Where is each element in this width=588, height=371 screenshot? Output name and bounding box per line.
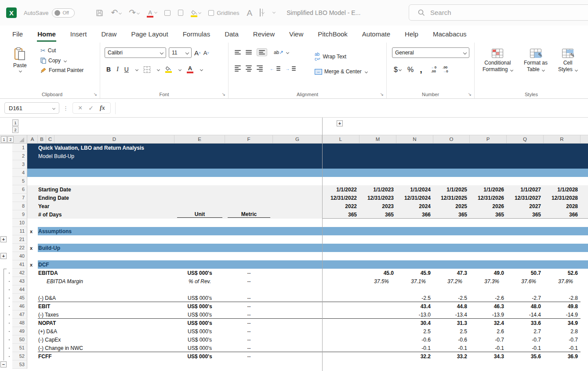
row-outline-level-2-button[interactable]: 2 (7, 136, 14, 143)
wrap-text-button[interactable]: abc↵Wrap Text (315, 52, 346, 61)
cell-value[interactable]: 31.3 (433, 319, 470, 327)
name-box-dropdown-icon[interactable] (52, 106, 55, 109)
fill-color-dropdown-icon2[interactable] (178, 68, 181, 71)
align-top-icon[interactable] (235, 50, 241, 54)
cell-value[interactable]: -0.1 (544, 344, 581, 352)
cell-metric[interactable]: -- (225, 319, 273, 327)
row-number-46[interactable]: 46 (12, 302, 27, 310)
gridlines-checkbox[interactable] (208, 10, 214, 16)
cell-label[interactable]: NOPAT (38, 319, 56, 327)
cell-value[interactable]: -13.0 (396, 310, 433, 319)
cell-value[interactable]: 2025 (433, 202, 470, 210)
cell-value[interactable]: 34.3 (470, 352, 507, 360)
group-toggle-marker[interactable]: x (30, 260, 33, 269)
font-color-icon[interactable]: A (147, 10, 153, 18)
cell-unit[interactable]: US$ 000's (174, 302, 225, 310)
cell-value[interactable]: 12/31/2026 (470, 194, 507, 202)
cell-value[interactable]: 37.1% (396, 277, 433, 285)
cell-label[interactable]: EBITDA (38, 269, 58, 277)
cell-metric[interactable]: -- (225, 302, 273, 310)
cell-unit[interactable]: US$ 000's (174, 344, 225, 352)
column-header-F[interactable]: F (225, 135, 273, 143)
cell-value[interactable]: -0.7 (507, 335, 544, 344)
name-box[interactable] (4, 102, 59, 114)
row-number-41[interactable]: 41 (12, 260, 27, 269)
cell-value[interactable]: 365 (359, 210, 396, 219)
cell-label[interactable]: (-) Taxes (38, 310, 58, 319)
row-height-icon[interactable] (178, 10, 183, 16)
column-header-O[interactable]: O (433, 135, 470, 143)
alignment-launcher-icon[interactable]: ↘ (380, 92, 384, 97)
cell-value[interactable]: 365 (470, 210, 507, 219)
cell-label[interactable]: Starting Date (38, 185, 71, 194)
row-number-53[interactable]: 53 (12, 360, 27, 369)
row-outline-level-1-button[interactable]: 1 (1, 136, 7, 143)
column-header-B[interactable]: B (38, 135, 46, 143)
cell-unit[interactable]: US$ 000's (174, 327, 225, 335)
cell-value[interactable]: -0.7 (544, 335, 581, 344)
row-number-49[interactable]: 49 (12, 327, 27, 335)
cell-value[interactable]: -0.1 (470, 344, 507, 352)
cell-value[interactable]: 37.5% (359, 277, 396, 285)
row-number-22[interactable]: 22 (12, 244, 27, 252)
cell-value[interactable]: 1/1/2023 (359, 185, 396, 194)
tab-insert[interactable]: Insert (70, 26, 87, 42)
cell-value[interactable]: 46.3 (470, 302, 507, 310)
cell-value[interactable]: 45.9 (396, 269, 433, 277)
column-header-C[interactable]: C (46, 135, 54, 143)
cell-value[interactable]: -14.4 (507, 310, 544, 319)
column-header-M[interactable]: M (359, 135, 396, 143)
currency-format-button[interactable]: $ (394, 66, 401, 74)
cell-metric[interactable]: -- (225, 327, 273, 335)
cell-value[interactable]: -2.5 (396, 294, 433, 302)
cell-label[interactable]: (-) D&A (38, 294, 56, 302)
column-header-A[interactable]: A (27, 135, 38, 143)
row-number-11[interactable]: 11 (12, 227, 27, 235)
cell-value[interactable]: 37.8% (544, 277, 581, 285)
tab-draw[interactable]: Draw (101, 26, 117, 42)
comma-format-button[interactable]: , (420, 65, 422, 75)
column-outline-expand-button[interactable]: + (337, 120, 343, 126)
underline-dropdown-icon[interactable] (135, 68, 138, 71)
font-size-select[interactable]: 11 (169, 47, 192, 58)
column-header-G[interactable]: G (273, 135, 322, 143)
cell-value[interactable]: 2.5 (396, 327, 433, 335)
section-band[interactable] (38, 244, 588, 252)
column-header-P[interactable]: P (470, 135, 507, 143)
decrease-indent-icon[interactable]: ← (270, 66, 280, 71)
cell-value[interactable]: 1/1/2025 (433, 185, 470, 194)
cell-value[interactable]: 2.6 (470, 327, 507, 335)
merge-center-button[interactable]: ↔ Merge & Center (315, 68, 367, 75)
cell-value[interactable]: 365 (322, 210, 359, 219)
row-number-21[interactable]: 21 (12, 235, 27, 244)
section-band[interactable] (38, 227, 588, 235)
cell-value[interactable]: -2.7 (507, 294, 544, 302)
metric-column-header[interactable]: Metric (228, 211, 270, 218)
name-box-input[interactable] (9, 105, 44, 112)
cell-value[interactable]: 33.6 (507, 319, 544, 327)
cell-value[interactable]: 32.2 (396, 352, 433, 360)
autosave-toggle[interactable]: Off (52, 8, 75, 18)
cell-unit[interactable]: US$ 000's (174, 352, 225, 360)
tab-formulas[interactable]: Formulas (182, 26, 211, 42)
cell-value[interactable]: 2.8 (544, 327, 581, 335)
cell-value[interactable]: 12/31/2028 (544, 194, 581, 202)
cell-value[interactable]: 2022 (322, 202, 359, 210)
column-width-icon[interactable] (164, 10, 171, 16)
tab-pitchbook[interactable]: PitchBook (317, 26, 348, 42)
tab-home[interactable]: Home (37, 26, 56, 42)
align-center-icon[interactable] (246, 65, 252, 72)
orientation-icon[interactable]: ab↗ (274, 50, 289, 55)
cell-label[interactable]: # of Days (38, 210, 62, 219)
cell-metric[interactable]: -- (225, 269, 273, 277)
increase-font-icon[interactable]: A˄ (194, 49, 201, 57)
align-middle-icon[interactable] (246, 50, 252, 54)
cell-metric[interactable]: -- (225, 294, 273, 302)
cell-label[interactable]: EBIT (38, 302, 50, 310)
cell-value[interactable]: -0.7 (470, 335, 507, 344)
percent-format-button[interactable]: % (407, 66, 414, 74)
cell-value[interactable]: 365 (433, 210, 470, 219)
tab-file[interactable]: File (12, 26, 23, 42)
cell-value[interactable]: 12/31/2027 (507, 194, 544, 202)
select-all-corner[interactable]: 1 2 (0, 135, 27, 143)
